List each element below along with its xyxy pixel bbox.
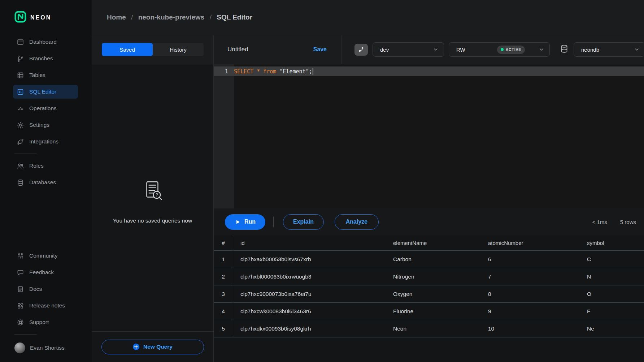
table-row: 1clp7hxaxb00053b0isvs67xrbCarbon6C xyxy=(214,251,644,268)
user-menu[interactable]: Evan Shortiss xyxy=(14,342,92,353)
sidebar-nav-tertiary: CommunityFeedbackDocsRelease notesSuppor… xyxy=(0,249,92,332)
table-cell: O xyxy=(580,285,644,302)
endpoint-select-value: RW xyxy=(456,47,497,53)
sidebar-item-operations[interactable]: Operations xyxy=(13,102,78,115)
new-query-label: New Query xyxy=(143,344,173,350)
sql-token: "Element"; xyxy=(279,68,312,75)
table-cell: Oxygen xyxy=(386,285,481,302)
status-badge: ACTIVE xyxy=(497,46,525,54)
saved-history-toggle: Saved History xyxy=(102,43,204,56)
status-badge-label: ACTIVE xyxy=(506,47,521,52)
neon-logo[interactable]: NEON xyxy=(0,0,92,35)
table-cell: Neon xyxy=(386,320,481,337)
table-cell: F xyxy=(580,303,644,320)
sidebar-item-roles[interactable]: Roles xyxy=(13,159,78,173)
sidebar-item-release-notes[interactable]: Release notes xyxy=(13,299,78,313)
sql-token: * xyxy=(257,68,263,75)
branch-icon xyxy=(354,44,368,56)
empty-state: ? You have no saved queries now xyxy=(92,179,213,224)
table-cell: clp7hxcwk00083b0i6i3463r6 xyxy=(233,303,386,320)
user-name: Evan Shortiss xyxy=(30,345,65,351)
avatar xyxy=(14,342,25,353)
sidebar-item-docs[interactable]: Docs xyxy=(13,282,78,296)
tables-icon xyxy=(16,71,24,79)
database-icon xyxy=(560,44,569,55)
table-cell: 1 xyxy=(214,251,233,268)
column-header: id xyxy=(233,235,386,250)
table-row: 2clp7hxbl000063b0ixrwuogb3Nitrogen7N xyxy=(214,268,644,285)
sidebar-item-settings[interactable]: Settings xyxy=(13,118,78,132)
saved-panel-footer: New Query xyxy=(92,331,213,362)
databases-icon xyxy=(16,178,24,186)
table-cell: 3 xyxy=(214,285,233,302)
release-notes-icon xyxy=(16,302,24,310)
active-dot-icon xyxy=(501,48,504,51)
tab-history[interactable]: History xyxy=(153,43,204,56)
sql-editor[interactable]: 1 SELECT * from "Element"; xyxy=(214,64,644,208)
tab-saved[interactable]: Saved xyxy=(102,43,153,56)
sidebar-item-dashboard[interactable]: Dashboard xyxy=(13,35,78,49)
toolbar: Saved History Untitled Save dev xyxy=(92,35,644,64)
support-icon xyxy=(16,318,24,326)
main-area: Home / neon-kube-previews / SQL Editor S… xyxy=(92,0,644,362)
community-icon xyxy=(16,252,24,260)
sidebar-item-community[interactable]: Community xyxy=(13,249,78,263)
table-cell: C xyxy=(580,251,644,268)
result-meta: < 1ms 5 rows xyxy=(592,219,636,225)
run-button[interactable]: Run xyxy=(225,214,265,230)
sidebar-item-databases[interactable]: Databases xyxy=(13,176,78,189)
breadcrumb-current: SQL Editor xyxy=(217,13,252,21)
database-select[interactable]: neondb xyxy=(574,42,644,57)
sql-token: SELECT xyxy=(234,68,257,75)
connection-selectors: dev RW ACTIVE xyxy=(341,35,644,64)
sidebar-item-sql-editor[interactable]: SQL Editor xyxy=(13,85,78,99)
text-cursor xyxy=(313,68,313,75)
query-duration: < 1ms xyxy=(592,219,607,225)
feedback-icon xyxy=(16,268,24,276)
sidebar-item-feedback[interactable]: Feedback xyxy=(13,266,78,279)
table-cell: 10 xyxy=(481,320,580,337)
table-row: 3clp7hxc9000073b0ixa76ei7uOxygen8O xyxy=(214,285,644,303)
saved-panel-header: Saved History xyxy=(92,35,214,64)
new-query-button[interactable]: New Query xyxy=(101,340,204,354)
table-cell: 7 xyxy=(481,268,580,285)
no-queries-icon: ? xyxy=(141,198,165,204)
sidebar-item-support[interactable]: Support xyxy=(13,315,78,329)
chevron-down-icon xyxy=(433,47,439,52)
query-title[interactable]: Untitled xyxy=(227,46,313,53)
empty-state-text: You have no saved queries now xyxy=(92,217,213,224)
branches-icon xyxy=(16,55,24,63)
table-cell: 4 xyxy=(214,303,233,320)
actions-divider xyxy=(273,216,274,227)
sql-token: from xyxy=(263,68,279,75)
breadcrumb-separator: / xyxy=(131,13,133,21)
save-query-button[interactable]: Save xyxy=(313,46,327,53)
branch-select[interactable]: dev xyxy=(373,42,444,57)
breadcrumb-separator: / xyxy=(210,13,212,21)
neon-console: NEON DashboardBranchesTablesSQL EditorOp… xyxy=(0,0,644,362)
brand-wordmark: NEON xyxy=(30,14,51,21)
sidebar-divider xyxy=(14,154,37,154)
branch-select-value: dev xyxy=(380,47,428,53)
sql-editor-icon xyxy=(16,88,24,96)
sidebar-item-integrations[interactable]: Integrations xyxy=(13,135,78,148)
sidebar-item-branches[interactable]: Branches xyxy=(13,52,78,65)
sidebar-item-tables[interactable]: Tables xyxy=(13,68,78,82)
breadcrumb-project[interactable]: neon-kube-previews xyxy=(138,13,205,21)
sidebar-nav-primary: DashboardBranchesTablesSQL EditorOperati… xyxy=(0,35,92,151)
column-header: elementName xyxy=(386,235,481,250)
breadcrumb: Home / neon-kube-previews / SQL Editor xyxy=(107,13,252,21)
breadcrumb-home[interactable]: Home xyxy=(107,13,126,21)
roles-icon xyxy=(16,162,24,170)
compute-endpoint-select[interactable]: RW ACTIVE xyxy=(449,42,550,57)
table-cell: 5 xyxy=(214,320,233,337)
sql-code: SELECT * from "Element"; xyxy=(234,68,313,75)
analyze-button[interactable]: Analyze xyxy=(335,214,379,230)
explain-button[interactable]: Explain xyxy=(283,214,324,230)
sidebar-spacer xyxy=(0,192,92,249)
neon-logo-icon xyxy=(14,11,26,24)
database-select-value: neondb xyxy=(581,47,630,53)
docs-icon xyxy=(16,285,24,293)
results-table: #idelementNameatomicNumbersymbol1clp7hxa… xyxy=(214,235,644,362)
saved-queries-panel: ? You have no saved queries now New Quer… xyxy=(92,64,214,362)
